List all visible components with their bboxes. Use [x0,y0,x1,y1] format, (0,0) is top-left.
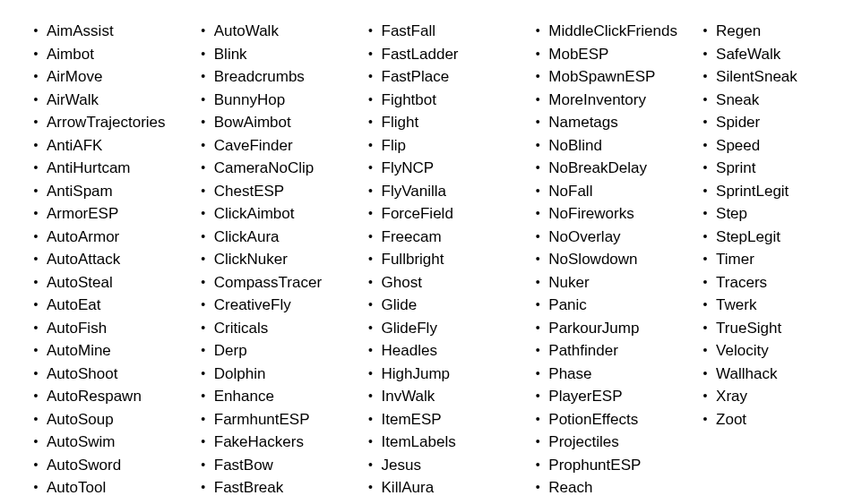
bullet-icon: • [360,65,382,89]
list-item-label: NoSlowdown [548,248,637,271]
bullet-icon: • [694,157,716,180]
list-item: •CreativeFly [193,294,360,317]
list-item: •ChestESP [193,180,360,203]
list-item-label: Flight [382,111,419,134]
bullet-icon: • [694,294,716,317]
list-item: •NoBlind [527,134,694,158]
bullet-icon: • [193,363,214,386]
bullet-icon: • [193,43,214,66]
list-item-label: AutoAttack [47,248,120,271]
bullet-icon: • [360,202,382,226]
list-item-label: CaveFinder [214,134,293,158]
bullet-icon: • [25,180,47,203]
feature-list-columns: •AimAssist •Aimbot •AirMove •AirWalk •Ar… [25,20,837,500]
list-item-label: Breadcrumbs [214,65,305,89]
list-item-label: Nuker [548,271,589,295]
list-item: •Sneak [694,89,837,112]
list-item-label: ForceField [382,202,453,226]
bullet-icon: • [360,454,382,477]
bullet-icon: • [694,89,716,112]
list-item-label: Spider [716,111,760,134]
list-item-label: Glide [382,294,418,317]
bullet-icon: • [527,408,548,431]
bullet-icon: • [25,294,47,317]
list-item-label: Xray [716,385,747,408]
list-item-label: Phase [548,363,591,386]
list-item: •Criticals [193,317,360,340]
bullet-icon: • [527,271,548,295]
list-item: •NoFall [527,180,694,203]
list-item: •AutoSteal [25,271,193,295]
list-item-label: MobSpawnESP [548,65,655,89]
bullet-icon: • [193,226,214,249]
bullet-icon: • [25,317,47,340]
list-item: •CompassTracer [193,271,360,295]
list-item: •Tracers [694,271,837,295]
bullet-icon: • [25,431,47,454]
bullet-icon: • [527,248,548,271]
list-item-label: PlayerESP [548,385,622,408]
list-item: •AutoTool [25,476,193,500]
list-item: •AutoSword [25,454,193,477]
bullet-icon: • [694,111,716,134]
list-item: •TrueSight [694,317,837,340]
list-item-label: Velocity [716,339,769,363]
bullet-icon: • [360,226,382,249]
list-item: •Flip [360,134,528,158]
list-item-label: Flip [382,134,406,158]
list-item: •Blink [193,43,360,66]
list-item: •PotionEffects [527,408,694,431]
list-item-label: Ghost [382,271,422,295]
bullet-icon: • [527,180,548,203]
list-item: •FakeHackers [193,431,360,454]
list-item: •BowAimbot [193,111,360,134]
bullet-icon: • [25,385,47,408]
bullet-icon: • [527,476,548,500]
bullet-icon: • [25,43,47,66]
list-item-label: ItemESP [382,408,442,431]
list-item-label: FastPlace [382,65,450,89]
list-item: •Flight [360,111,528,134]
list-item-label: CreativeFly [214,294,291,317]
bullet-icon: • [25,202,47,226]
list-item-label: Enhance [214,385,274,408]
bullet-icon: • [360,294,382,317]
list-item-label: ClickAura [214,226,280,249]
list-item: •FastLadder [360,43,528,66]
list-item-label: Tracers [716,271,767,295]
list-item-label: TrueSight [716,317,781,340]
bullet-icon: • [193,476,214,500]
bullet-icon: • [360,43,382,66]
list-item: •Twerk [694,294,837,317]
list-item: •HighJump [360,363,528,386]
bullet-icon: • [193,317,214,340]
list-item: •ArrowTrajectories [25,111,193,134]
list-item-label: MoreInventory [548,89,646,112]
list-item-label: FastLadder [382,43,459,66]
list-item: •Phase [527,363,694,386]
bullet-icon: • [527,89,548,112]
column-2: •AutoWalk •Blink •Breadcrumbs •BunnyHop … [193,20,360,500]
bullet-icon: • [193,454,214,477]
bullet-icon: • [694,385,716,408]
list-item-label: Dolphin [214,363,266,386]
list-item: •AirWalk [25,89,193,112]
list-item: •ItemLabels [360,431,528,454]
list-item: •BunnyHop [193,89,360,112]
bullet-icon: • [527,43,548,66]
list-item: •ClickAimbot [193,202,360,226]
list-item-label: Zoot [716,408,746,431]
bullet-icon: • [527,134,548,158]
list-item-label: ParkourJump [548,317,639,340]
bullet-icon: • [25,20,47,43]
bullet-icon: • [25,339,47,363]
bullet-icon: • [527,385,548,408]
list-item: •Sprint [694,157,837,180]
list-item-label: NoFireworks [548,202,634,226]
bullet-icon: • [694,134,716,158]
list-item: •CameraNoClip [193,157,360,180]
list-item: •AutoShoot [25,363,193,386]
list-item-label: Panic [548,294,587,317]
list-item: •FlyNCP [360,157,528,180]
list-item: •MoreInventory [527,89,694,112]
